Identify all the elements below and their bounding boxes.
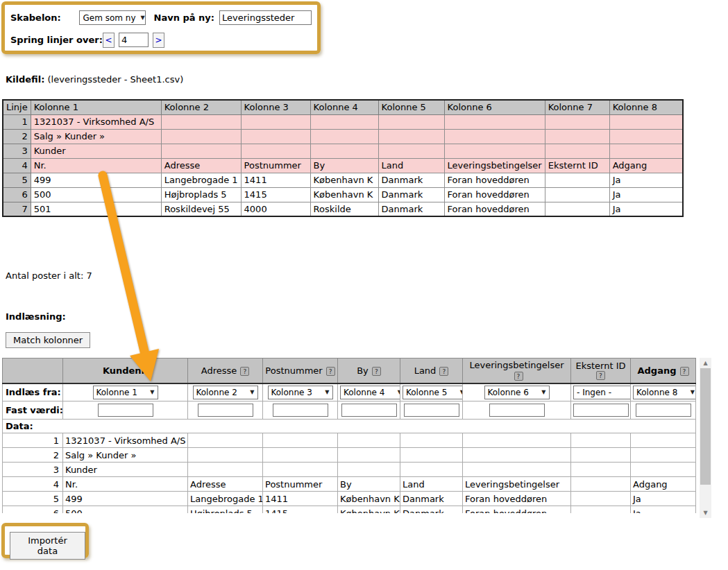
mapping-select-cell: Kolonne 2▼ xyxy=(188,383,263,401)
skabelon-select[interactable]: Gem som ny ▼ xyxy=(79,10,146,25)
source-cell: 1415 xyxy=(241,187,310,202)
mapping-data-cell: Leveringsbetingelser xyxy=(463,477,571,492)
mapping-data-cell: Danmark xyxy=(400,506,463,514)
help-icon[interactable]: ? xyxy=(596,371,605,380)
column-mapping-select[interactable]: Kolonne 6▼ xyxy=(484,386,550,399)
source-col-header: Kolonne 8 xyxy=(609,100,683,114)
mapping-data-cell: Foran hoveddøren xyxy=(463,492,571,506)
source-cell: Danmark xyxy=(378,202,444,216)
column-mapping-select[interactable]: Kolonne 4▼ xyxy=(340,386,400,399)
kildefil-filename: (leveringssteder - Sheet1.csv) xyxy=(48,74,184,85)
skip-lines-input[interactable] xyxy=(119,33,149,47)
column-mapping-select[interactable]: Kolonne 3▼ xyxy=(268,386,333,399)
mapping-data-cell: 499 xyxy=(63,492,188,506)
source-cell xyxy=(545,173,609,187)
fast-vaerdi-cell xyxy=(631,401,696,420)
fast-vaerdi-input[interactable] xyxy=(98,404,153,417)
source-cell xyxy=(241,114,310,129)
fast-vaerdi-cell xyxy=(63,401,188,420)
source-cell xyxy=(545,202,609,216)
help-icon[interactable]: ? xyxy=(326,367,335,376)
source-cell xyxy=(161,114,241,129)
mapping-col-header: Adgang? xyxy=(631,359,696,383)
column-mapping-table: Kundenr.Adresse?Postnummer?By?Land?Lever… xyxy=(2,358,696,513)
fast-vaerdi-input[interactable] xyxy=(636,404,691,417)
scrollbar-thumb[interactable] xyxy=(700,368,711,485)
skip-lines-increment-button[interactable]: > xyxy=(153,33,164,48)
mapping-data-cell: Højbroplads 5 xyxy=(188,506,263,514)
column-mapping-select[interactable]: Kolonne 5▼ xyxy=(403,386,463,399)
scrollbar-up-icon[interactable]: ▲ xyxy=(700,358,711,368)
column-mapping-select[interactable]: Kolonne 2▼ xyxy=(193,386,258,399)
fast-vaerdi-input[interactable] xyxy=(341,404,397,417)
help-icon[interactable]: ? xyxy=(439,367,448,376)
vertical-scrollbar[interactable]: ▲ ▼ xyxy=(700,358,711,518)
mapping-data-cell: Langebrogade 1 xyxy=(188,492,263,506)
chevron-down-icon: ▼ xyxy=(325,389,329,395)
source-cell: Roskildevej 55 xyxy=(161,202,241,216)
mapping-col-header: Kundenr. xyxy=(63,359,188,383)
template-annotation-box: Skabelon: Gem som ny ▼ Navn på ny: Sprin… xyxy=(1,1,321,54)
source-cell: 1321037 - Virksomhed A/S xyxy=(31,114,161,129)
source-cell: Postnummer xyxy=(241,158,310,173)
source-cell: Leveringsbetingelser xyxy=(444,158,545,173)
source-table-row: 7501Roskildevej 554000RoskildeDanmarkFor… xyxy=(3,202,683,216)
spring-linjer-label: Spring linjer over: xyxy=(10,35,103,45)
match-kolonner-button[interactable]: Match kolonner xyxy=(6,332,90,348)
fast-vaerdi-input[interactable] xyxy=(198,404,253,417)
source-cell xyxy=(161,129,241,144)
skip-lines-decrement-button[interactable]: < xyxy=(103,33,115,48)
mapping-data-cell: 500 xyxy=(63,506,188,514)
source-cell: 499 xyxy=(31,173,161,187)
column-mapping-select[interactable]: Kolonne 1▼ xyxy=(93,386,158,399)
mapping-select-cell: Kolonne 6▼ xyxy=(463,383,571,401)
mapping-data-row: 11321037 - Virksomhed A/S xyxy=(3,433,696,448)
mapping-data-cell: Adgang xyxy=(631,477,696,492)
fast-vaerdi-label: Fast værdi: xyxy=(3,401,63,420)
mapping-data-cell xyxy=(263,448,338,463)
source-cell xyxy=(609,114,683,129)
mapping-col-title: Land xyxy=(414,365,437,376)
source-cell xyxy=(241,144,310,158)
column-mapping-select[interactable]: - Ingen -▼ xyxy=(573,386,631,399)
help-icon[interactable]: ? xyxy=(680,367,689,376)
scrollbar-down-icon[interactable]: ▼ xyxy=(700,508,711,518)
mapping-data-row: 3Kunder xyxy=(3,463,696,477)
source-line-number: 1 xyxy=(3,114,31,129)
mapping-data-cell xyxy=(400,433,463,448)
help-icon[interactable]: ? xyxy=(514,372,523,381)
column-mapping-select-value: - Ingen - xyxy=(577,388,611,397)
fast-vaerdi-input[interactable] xyxy=(573,404,629,417)
source-cell xyxy=(545,187,609,202)
mapping-data-cell xyxy=(263,463,338,477)
source-cell xyxy=(545,114,609,129)
source-cell: Roskilde xyxy=(310,202,378,216)
source-cell xyxy=(241,129,310,144)
source-cell xyxy=(444,129,545,144)
mapping-select-cell: - Ingen -▼ xyxy=(571,383,631,401)
navn-paa-ny-label: Navn på ny: xyxy=(154,12,214,23)
source-col-header: Kolonne 3 xyxy=(241,100,310,114)
mapping-data-cell: 1321037 - Virksomhed A/S xyxy=(63,433,188,448)
navn-paa-ny-input[interactable] xyxy=(219,10,312,25)
fast-vaerdi-cell xyxy=(400,401,463,420)
mapping-scroll-area[interactable]: Kundenr.Adresse?Postnummer?By?Land?Lever… xyxy=(2,358,696,513)
source-cell xyxy=(378,114,444,129)
fast-vaerdi-input[interactable] xyxy=(404,404,459,417)
mapping-data-cell: Land xyxy=(400,477,463,492)
source-line-number: 7 xyxy=(3,202,31,216)
fast-vaerdi-input[interactable] xyxy=(489,404,545,417)
column-mapping-select[interactable]: Kolonne 8▼ xyxy=(633,386,696,399)
fast-vaerdi-input[interactable] xyxy=(273,404,328,417)
mapping-row-number: 6 xyxy=(3,506,63,514)
source-line-number: 3 xyxy=(3,144,31,158)
help-icon[interactable]: ? xyxy=(372,367,381,376)
source-cell xyxy=(444,144,545,158)
source-cell: Kunder xyxy=(31,144,161,158)
column-mapping-select-value: Kolonne 8 xyxy=(636,388,677,397)
source-cell xyxy=(444,114,545,129)
source-cell: Foran hoveddøren xyxy=(444,173,545,187)
importer-data-button[interactable]: Importér data xyxy=(10,532,85,560)
help-icon[interactable]: ? xyxy=(240,367,249,376)
mapping-data-cell xyxy=(263,433,338,448)
